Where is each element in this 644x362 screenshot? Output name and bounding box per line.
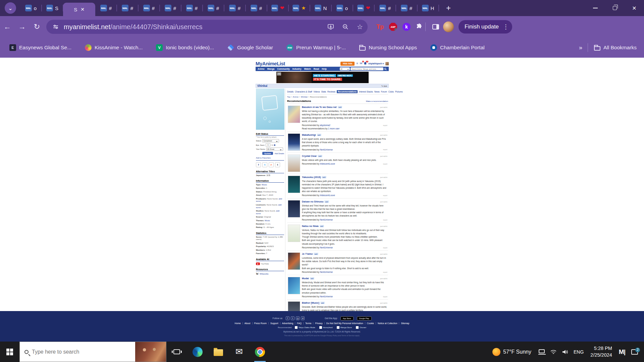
mal-tray-icon[interactable]: M| <box>615 348 629 356</box>
notification-center-icon[interactable]: 2 <box>631 349 638 355</box>
permalink-link[interactable]: permalink <box>380 201 387 203</box>
footer-link[interactable]: About <box>243 322 253 324</box>
score-select[interactable]: (9) Great⌄ <box>266 147 283 151</box>
anime-tab[interactable]: Details <box>287 90 293 93</box>
partner-link[interactable]: Otonari <box>356 326 366 329</box>
tab-search-button[interactable]: ⌄ <box>5 2 16 14</box>
taskbar-clock[interactable]: 5:28 PM 2/25/2024 <box>587 345 615 358</box>
mal-logo[interactable]: MyAnimeList <box>256 61 285 66</box>
bookmark-item[interactable]: Chamberlain Portal <box>430 44 485 51</box>
recommended-anime-title[interactable]: Je T'aime <box>302 252 313 255</box>
adblock-extension-icon[interactable]: ABP7 <box>389 23 397 31</box>
youtube-link[interactable]: ▶YouTube <box>256 262 284 265</box>
status-select[interactable]: Completed⌄ <box>262 139 279 142</box>
browser-tab[interactable]: MAL ❤ <box>353 0 374 16</box>
footer-link[interactable]: Privacy <box>313 322 324 324</box>
recommender-username[interactable]: NextUniverse <box>320 219 333 221</box>
permalink-link[interactable]: permalink <box>380 176 387 178</box>
hide-ads-button[interactable]: Hide Ads <box>340 62 355 66</box>
recommender-username[interactable]: abystoma2 <box>320 124 330 126</box>
partner-link[interactable]: Manga Store <box>337 326 352 329</box>
browser-tab[interactable]: MAL N <box>310 0 331 16</box>
language-indicator[interactable]: ENG <box>574 349 584 355</box>
report-link[interactable]: report <box>383 194 387 196</box>
browser-tab[interactable]: MAL ❤ <box>267 0 288 16</box>
permalink-link[interactable]: permalink <box>380 155 387 157</box>
search-scope-select[interactable]: All⌄ <box>340 67 350 70</box>
info-link[interactable]: Music <box>265 220 270 222</box>
anime-thumbnail[interactable] <box>288 225 300 242</box>
side-panel-button[interactable] <box>428 19 443 34</box>
bookmark-item[interactable]: V Ionic bonds (video)... <box>156 44 214 51</box>
add-to-list-chip[interactable]: add <box>320 225 324 227</box>
bookmark-item[interactable]: RW Prerun Warmup | 5-... <box>286 44 346 51</box>
share-icon[interactable]: f <box>256 162 261 167</box>
footer-link[interactable]: Notice at Collection <box>376 322 399 324</box>
tampermonkey-extension-icon[interactable]: Tp <box>376 23 384 31</box>
chrome-taskbar-button[interactable] <box>250 342 270 362</box>
anime-tab[interactable]: Stats <box>321 90 326 93</box>
recommended-anime-title[interactable]: Mudai <box>302 277 309 280</box>
permalink-link[interactable]: permalink <box>380 225 387 227</box>
mal-search-input[interactable] <box>351 67 383 70</box>
reload-button[interactable]: ↻ <box>30 19 44 34</box>
browser-tab[interactable]: MAL o <box>20 0 42 16</box>
add-to-list-chip[interactable]: add <box>320 302 325 304</box>
volume-icon[interactable] <box>562 349 568 355</box>
anime-thumbnail[interactable] <box>288 133 300 151</box>
mal-nav-item[interactable]: Read <box>314 68 319 70</box>
share-icon[interactable]: r <box>269 162 274 167</box>
add-to-list-chip[interactable]: add <box>322 176 326 178</box>
install-app-icon[interactable] <box>327 23 334 30</box>
browser-tab[interactable]: MAL # <box>160 0 181 16</box>
user-avatar[interactable] <box>385 62 389 65</box>
add-to-list-chip[interactable]: add <box>314 253 318 255</box>
new-tab-button[interactable]: + <box>443 3 453 13</box>
ad-banner[interactable]: AD HE'S STARVING. WE'RE NOT. IT'S TIME T… <box>276 72 369 83</box>
breadcrumb-item[interactable]: Recommendations <box>310 96 327 98</box>
anime-thumbnail[interactable] <box>288 106 300 123</box>
bookmark-item[interactable]: Google Scholar <box>227 44 273 51</box>
browser-menu-icon[interactable]: ⋮ <box>503 23 509 31</box>
breadcrumb-item[interactable]: Top <box>287 96 292 98</box>
add-to-list-chip[interactable]: add <box>317 134 321 136</box>
restore-button[interactable] <box>605 0 625 16</box>
partner-link[interactable]: Tokyo Otaku Mode <box>295 326 315 329</box>
mal-nav-item[interactable]: Watch <box>304 68 311 70</box>
mal-nav-item[interactable]: Anime <box>258 68 265 70</box>
all-bookmarks-button[interactable]: All Bookmarks <box>594 45 637 51</box>
info-link[interactable]: Music <box>262 184 267 186</box>
anime-tab[interactable]: Clubs <box>388 90 394 93</box>
recommended-anime-title[interactable]: Natsu no Niwa <box>302 225 319 228</box>
browser-tab[interactable]: MAL # <box>374 0 396 16</box>
recommender-username[interactable]: NextUniverse <box>320 271 333 273</box>
browser-tab[interactable]: MAL # <box>203 0 224 16</box>
anime-thumbnail[interactable] <box>288 252 300 270</box>
mal-nav-item[interactable]: Manga <box>267 68 275 70</box>
anime-tab[interactable]: Videos <box>314 90 320 93</box>
bookmark-star-icon[interactable]: ☆ <box>357 23 363 31</box>
recommended-anime-title[interactable]: Crystal Clear <box>302 155 317 158</box>
browser-tab[interactable]: S ✕ <box>63 3 95 16</box>
anime-thumbnail[interactable] <box>288 155 300 172</box>
finish-update-button[interactable]: Finish update ⋮ <box>459 20 512 34</box>
update-button[interactable]: Update <box>262 152 273 155</box>
social-icon[interactable]: t <box>291 316 294 320</box>
bookmark-item[interactable]: Nursing School Apps <box>359 45 417 51</box>
report-link[interactable]: report <box>383 296 387 298</box>
permalink-link[interactable]: permalink <box>380 302 387 304</box>
make-recommendation-link[interactable]: Make a recommendation <box>366 100 388 102</box>
recommender-username[interactable]: IridescentLouve <box>320 163 335 165</box>
file-explorer-button[interactable] <box>208 342 229 362</box>
report-link[interactable]: report <box>383 219 387 221</box>
browser-tab[interactable]: MAL # <box>138 0 160 16</box>
browser-tab[interactable]: MAL # <box>396 0 417 16</box>
search-icon[interactable] <box>384 68 387 70</box>
report-link[interactable]: report <box>383 163 387 165</box>
permalink-link[interactable]: permalink <box>380 253 387 255</box>
anime-tab[interactable]: News <box>374 90 380 93</box>
search-highlight-image[interactable] <box>135 342 166 362</box>
recommended-anime-title[interactable]: Basuken ni wa Te wo Dasu na! <box>302 106 337 109</box>
social-icon[interactable]: f <box>286 316 289 320</box>
footer-link[interactable]: Terms <box>304 322 314 324</box>
